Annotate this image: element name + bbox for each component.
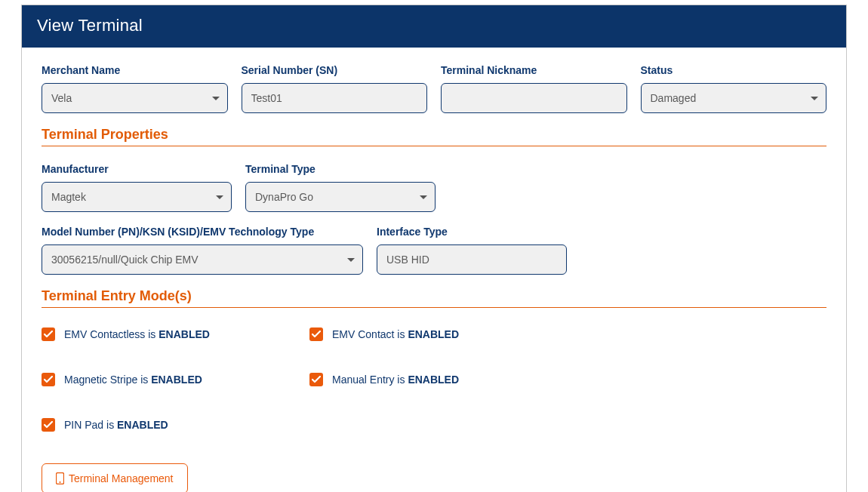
section-entry-modes: Terminal Entry Mode(s) <box>42 288 826 308</box>
mode-pin-pad: PIN Pad is ENABLED <box>42 418 309 432</box>
mode-emv-contact: EMV Contact is ENABLED <box>309 327 577 341</box>
terminal-nickname-input[interactable] <box>441 83 627 113</box>
section-terminal-properties: Terminal Properties <box>42 127 826 146</box>
checkbox-emv-contact[interactable] <box>309 327 323 341</box>
mode-magstripe: Magnetic Stripe is ENABLED <box>42 373 309 386</box>
mode-label: Manual Entry is ENABLED <box>332 374 459 386</box>
page-title: View Terminal <box>22 5 846 48</box>
model-number-label: Model Number (PN)/KSN (KSID)/EMV Technol… <box>42 226 363 238</box>
status-select[interactable]: Damaged <box>641 83 827 113</box>
manufacturer-select[interactable]: Magtek <box>42 182 232 212</box>
phone-icon <box>56 472 64 484</box>
check-icon <box>44 376 53 383</box>
checkbox-pin-pad[interactable] <box>42 418 55 432</box>
check-icon <box>312 331 321 338</box>
mode-label: Magnetic Stripe is ENABLED <box>64 374 202 386</box>
check-icon <box>312 376 321 383</box>
terminal-type-select[interactable]: DynaPro Go <box>245 182 436 212</box>
interface-type-input[interactable] <box>377 244 567 275</box>
checkbox-emv-contactless[interactable] <box>42 327 55 341</box>
mode-label: PIN Pad is ENABLED <box>64 419 168 431</box>
checkbox-manual-entry[interactable] <box>309 373 323 386</box>
svg-point-1 <box>60 481 61 483</box>
model-number-select[interactable]: 30056215/null/Quick Chip EMV <box>42 244 363 275</box>
terminal-type-label: Terminal Type <box>245 163 436 175</box>
view-terminal-panel: View Terminal Merchant Name Vela Serial … <box>21 5 847 492</box>
check-icon <box>44 421 53 429</box>
status-label: Status <box>641 64 827 76</box>
terminal-nickname-label: Terminal Nickname <box>441 64 627 76</box>
merchant-name-label: Merchant Name <box>42 64 228 76</box>
mode-label: EMV Contact is ENABLED <box>332 328 459 340</box>
mode-manual-entry: Manual Entry is ENABLED <box>309 373 577 386</box>
serial-number-label: Serial Number (SN) <box>242 64 428 76</box>
merchant-name-select[interactable]: Vela <box>42 83 228 113</box>
mode-label: EMV Contactless is ENABLED <box>64 328 210 340</box>
interface-type-label: Interface Type <box>377 226 567 238</box>
manufacturer-label: Manufacturer <box>42 163 232 175</box>
terminal-management-label: Terminal Management <box>69 472 174 484</box>
mode-emv-contactless: EMV Contactless is ENABLED <box>42 327 309 341</box>
check-icon <box>44 331 53 338</box>
top-fields-row: Merchant Name Vela Serial Number (SN) Te… <box>42 64 826 113</box>
serial-number-input[interactable] <box>242 83 428 113</box>
entry-modes-grid: EMV Contactless is ENABLED EMV Contact i… <box>42 327 826 463</box>
checkbox-magstripe[interactable] <box>42 373 55 386</box>
terminal-management-button[interactable]: Terminal Management <box>42 463 188 492</box>
panel-body: Merchant Name Vela Serial Number (SN) Te… <box>22 48 846 492</box>
